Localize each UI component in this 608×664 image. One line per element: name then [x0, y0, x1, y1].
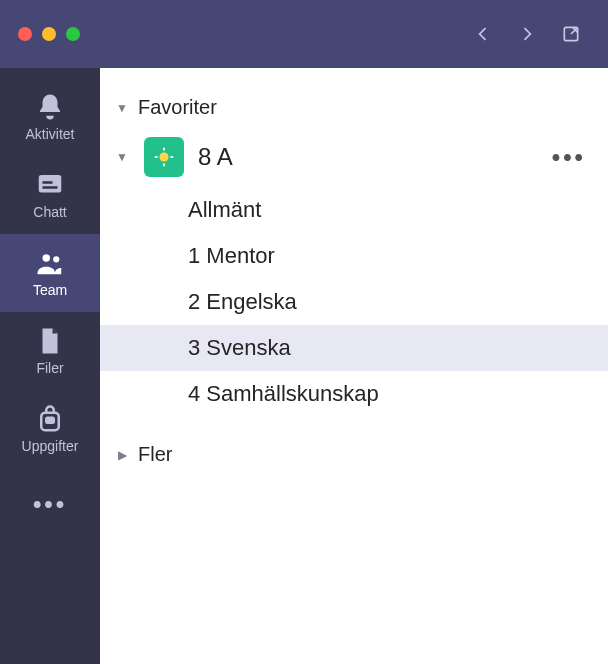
rail-item-activity[interactable]: Aktivitet — [0, 78, 100, 156]
rail-label: Team — [33, 282, 67, 298]
rail-more-button[interactable]: ••• — [0, 468, 100, 540]
channel-item[interactable]: 2 Engelska — [100, 279, 608, 325]
svg-point-5 — [53, 256, 59, 262]
teams-panel: ▼ Favoriter ▼ 8 A ••• Allmänt 1 Mentor 2… — [100, 68, 608, 664]
channel-label: 1 Mentor — [188, 243, 275, 268]
backpack-icon — [35, 404, 65, 434]
titlebar — [0, 0, 608, 68]
rail-label: Chatt — [33, 204, 66, 220]
rail-item-assignments[interactable]: Uppgifter — [0, 390, 100, 468]
content: Aktivitet Chatt Team Filer Uppgifter — [0, 68, 608, 664]
section-more[interactable]: ▶ Fler — [100, 435, 608, 474]
rail-label: Uppgifter — [22, 438, 79, 454]
channel-label: Allmänt — [188, 197, 261, 222]
channel-label: 2 Engelska — [188, 289, 297, 314]
minimize-window-button[interactable] — [42, 27, 56, 41]
file-icon — [35, 326, 65, 356]
rail-item-chat[interactable]: Chatt — [0, 156, 100, 234]
rail-item-files[interactable]: Filer — [0, 312, 100, 390]
team-more-button[interactable]: ••• — [552, 143, 586, 171]
rail-label: Aktivitet — [25, 126, 74, 142]
channel-item[interactable]: 3 Svenska — [100, 325, 608, 371]
channel-item[interactable]: 1 Mentor — [100, 233, 608, 279]
close-window-button[interactable] — [18, 27, 32, 41]
section-favorites[interactable]: ▼ Favoriter — [100, 88, 608, 127]
section-label: Fler — [138, 443, 172, 466]
chevron-down-icon: ▼ — [114, 150, 130, 164]
svg-rect-3 — [43, 186, 58, 189]
chevron-right-icon: ▶ — [114, 448, 130, 462]
team-avatar — [144, 137, 184, 177]
svg-point-8 — [159, 152, 168, 161]
channel-label: 3 Svenska — [188, 335, 291, 360]
window-controls — [18, 27, 80, 41]
bell-icon — [35, 92, 65, 122]
people-icon — [35, 248, 65, 278]
svg-rect-7 — [46, 418, 54, 423]
channel-label: 4 Samhällskunskap — [188, 381, 379, 406]
compose-button[interactable] — [560, 23, 582, 45]
app-rail: Aktivitet Chatt Team Filer Uppgifter — [0, 68, 100, 664]
svg-point-4 — [43, 254, 51, 262]
back-button[interactable] — [472, 23, 494, 45]
rail-item-teams[interactable]: Team — [0, 234, 100, 312]
channel-item[interactable]: Allmänt — [100, 187, 608, 233]
titlebar-actions — [472, 23, 590, 45]
chat-icon — [35, 170, 65, 200]
team-name: 8 A — [198, 143, 538, 171]
chevron-down-icon: ▼ — [114, 101, 130, 115]
rail-label: Filer — [36, 360, 63, 376]
channel-item[interactable]: 4 Samhällskunskap — [100, 371, 608, 417]
svg-rect-2 — [43, 181, 53, 184]
maximize-window-button[interactable] — [66, 27, 80, 41]
forward-button[interactable] — [516, 23, 538, 45]
team-row[interactable]: ▼ 8 A ••• — [100, 127, 608, 187]
section-label: Favoriter — [138, 96, 217, 119]
